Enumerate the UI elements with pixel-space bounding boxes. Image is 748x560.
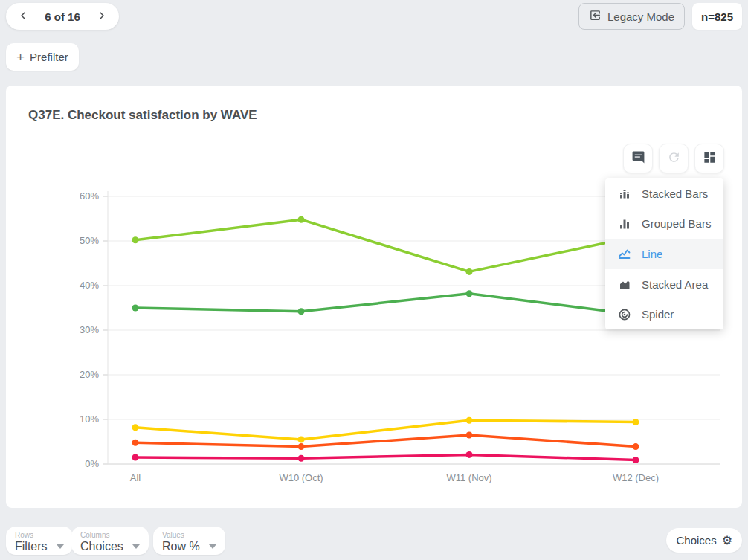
line-chart-icon (618, 247, 631, 260)
chart-card: Q37E. Checkout satisfaction by WAVE 60%5… (6, 86, 742, 508)
stacked-area-icon (618, 277, 631, 291)
prefilter-label: Prefilter (30, 51, 68, 63)
gear-icon: ⚙ (722, 535, 732, 547)
svg-text:60%: 60% (80, 190, 99, 202)
rows-dropdown[interactable]: Rows Filters (6, 527, 73, 555)
svg-text:40%: 40% (80, 280, 99, 291)
legacy-mode-label: Legacy Mode (607, 10, 674, 23)
columns-dropdown-category: Columns (80, 531, 109, 539)
next-page-button[interactable] (94, 8, 110, 25)
columns-dropdown-value: Choices (80, 539, 123, 553)
chart-type-option-stacked-bars[interactable]: Stacked Bars (605, 178, 723, 209)
prefilter-button[interactable]: + Prefilter (6, 43, 79, 71)
menu-item-label: Spider (642, 308, 674, 321)
prev-page-button[interactable] (15, 8, 31, 25)
chart-type-option-grouped-bars[interactable]: Grouped Bars (605, 209, 723, 239)
svg-text:W11 (Nov): W11 (Nov) (446, 472, 491, 483)
plus-icon: + (16, 50, 25, 64)
spider-chart-icon (618, 308, 631, 321)
survey-dashboard: 6 of 16 Legacy Mode n=825 + Prefilter Q3… (0, 0, 748, 560)
svg-text:50%: 50% (80, 235, 99, 246)
svg-text:0%: 0% (85, 458, 99, 469)
svg-text:20%: 20% (80, 369, 99, 380)
values-dropdown[interactable]: Values Row % (153, 527, 225, 555)
pagination: 6 of 16 (6, 3, 119, 30)
caret-down-icon (209, 544, 216, 549)
menu-item-label: Stacked Area (642, 278, 708, 291)
values-dropdown-value: Row % (162, 539, 200, 553)
menu-item-label: Grouped Bars (642, 217, 711, 230)
chart-type-option-line[interactable]: Line (605, 239, 723, 269)
values-dropdown-category: Values (162, 531, 184, 539)
columns-dropdown[interactable]: Columns Choices (71, 527, 149, 555)
grouped-bars-icon (618, 217, 631, 231)
rows-dropdown-category: Rows (15, 531, 33, 539)
caret-down-icon (132, 544, 140, 549)
chevron-right-icon (96, 10, 108, 24)
menu-item-label: Line (642, 248, 662, 260)
svg-text:All: All (130, 472, 141, 483)
stacked-bars-icon (618, 187, 631, 200)
chart-type-option-stacked-area[interactable]: Stacked Area (605, 269, 723, 300)
chart-type-option-spider[interactable]: Spider (605, 299, 723, 329)
choices-settings-label: Choices (676, 534, 716, 547)
caret-down-icon (57, 544, 64, 549)
menu-item-label: Stacked Bars (642, 187, 708, 200)
rows-dropdown-value: Filters (15, 539, 48, 553)
svg-text:W12 (Dec): W12 (Dec) (613, 472, 659, 483)
sample-size-badge: n=825 (692, 3, 742, 30)
chevron-left-icon (17, 10, 29, 24)
choices-settings-button[interactable]: Choices ⚙ (666, 528, 742, 553)
svg-text:30%: 30% (80, 324, 99, 335)
page-indicator: 6 of 16 (45, 10, 80, 23)
top-right-controls: Legacy Mode n=825 (578, 3, 742, 30)
exit-icon (589, 9, 602, 24)
svg-text:W10 (Oct): W10 (Oct) (279, 472, 323, 483)
svg-text:10%: 10% (80, 413, 99, 425)
chart-type-menu: Stacked Bars Grouped Bars Line Stacked A… (605, 178, 723, 329)
legacy-mode-button[interactable]: Legacy Mode (578, 3, 685, 30)
